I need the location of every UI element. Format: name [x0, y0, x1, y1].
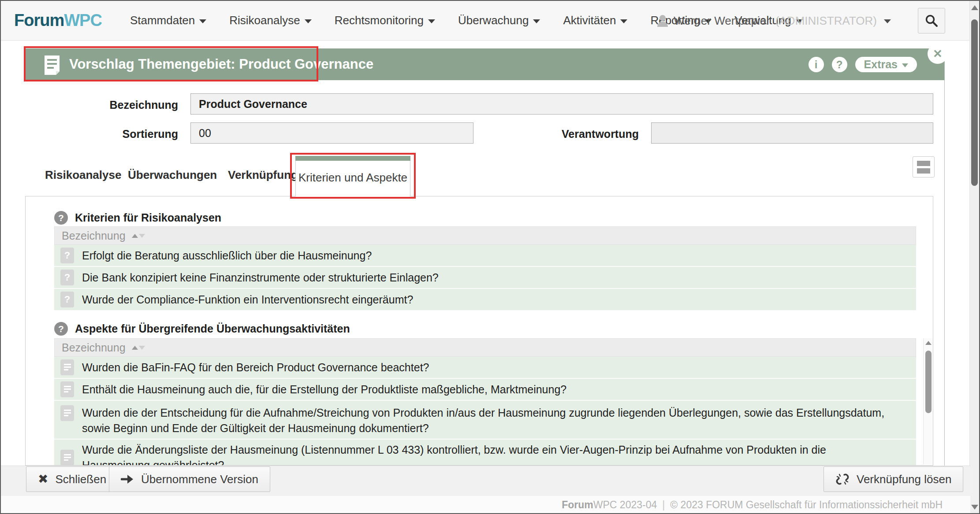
row-label: Enthält die Hausmeinung auch die, für di… [82, 382, 566, 397]
menu-item-label: Rechtsmonitoring [335, 14, 424, 27]
info-button[interactable]: i [809, 57, 824, 72]
footer-product-version: WPC 2023-04 [593, 499, 657, 510]
tab-kriterien-und-aspekte[interactable]: Kriterien und Aspekte [295, 156, 410, 196]
row-label: Wurde der Compliance-Funktion ein Interv… [82, 292, 413, 307]
scroll-up-icon[interactable] [925, 341, 932, 345]
table-row[interactable]: ? Erfolgt die Beratung ausschließlich üb… [54, 245, 916, 267]
column-header-bezeichnung: Bezeichnung [62, 341, 126, 354]
layout-toggle-icon [917, 161, 930, 166]
tab-risikoanalyse[interactable]: Risikoanalyse [45, 168, 121, 182]
dialog-title: Vorschlag Themengebiet: Product Governan… [69, 56, 373, 72]
menu-item-label: Stammdaten [130, 14, 195, 27]
user-menu[interactable]: Werner Wertpapier (ADMINISTRATOR) [657, 1, 891, 41]
verknuepfung-loesen-label: Verknüpfung lösen [857, 473, 951, 486]
question-doc-icon: ? [60, 248, 74, 263]
chevron-down-icon [620, 19, 627, 23]
help-icon[interactable]: ? [54, 211, 68, 225]
document-icon [60, 359, 74, 375]
document-icon [60, 405, 74, 421]
row-label: Wurde die Änderungsliste der Hausmeinung… [82, 442, 890, 466]
dialog-header-actions: i ? Extras [809, 57, 917, 72]
menu-item-label: Risikoanalyse [229, 14, 300, 27]
aspekte-table: Bezeichnung Wurden die BaFin-FAQ für den… [54, 338, 916, 466]
dialog-close-button[interactable]: ✕ [928, 44, 948, 64]
close-x-icon: ✖ [38, 473, 48, 485]
section-title: Aspekte für Übergreifende Überwachungsak… [75, 322, 350, 335]
question-doc-icon: ? [60, 270, 74, 285]
section-title: Kriterien für Risikoanalysen [75, 211, 221, 224]
schliessen-button[interactable]: ✖ Schließen [26, 466, 118, 492]
help-button[interactable]: ? [832, 57, 847, 72]
footer-separator: | [662, 499, 665, 510]
tab-ueberwachungen[interactable]: Überwachungen [128, 168, 217, 182]
sortierung-field[interactable]: 00 [190, 122, 473, 144]
verknuepfung-loesen-button[interactable]: Verknüpfung lösen [823, 466, 963, 492]
column-header-bezeichnung: Bezeichnung [62, 229, 126, 242]
chevron-down-icon [533, 19, 540, 23]
user-icon [657, 15, 668, 27]
scrollbar-thumb[interactable] [971, 19, 978, 186]
table-row[interactable]: Enthält die Hausmeinung auch die, für di… [54, 379, 916, 401]
table-header[interactable]: Bezeichnung [54, 226, 916, 245]
menu-item-rechtsmonitoring[interactable]: Rechtsmonitoring [335, 14, 435, 27]
chevron-down-icon [305, 19, 312, 23]
app-window: ForumWPC Stammdaten Risikoanalyse Rechts… [0, 0, 980, 514]
dialog-header: Vorschlag Themengebiet: Product Governan… [25, 48, 944, 80]
app-logo[interactable]: ForumWPC [14, 11, 102, 30]
extras-button[interactable]: Extras [855, 57, 917, 72]
active-tab-indicator [295, 156, 410, 161]
row-label: Wurden die der Entscheidung für die Aufn… [82, 405, 890, 436]
table-header[interactable]: Bezeichnung [54, 338, 916, 357]
active-tab-label: Kriterien und Aspekte [298, 171, 407, 185]
chevron-down-icon [428, 19, 435, 23]
menu-item-risikoanalyse[interactable]: Risikoanalyse [229, 14, 311, 27]
table-row[interactable]: ? Wurde der Compliance-Funktion ein Inte… [54, 289, 916, 311]
footer-copyright: © 2023 FORUM Gesellschaft für Informatio… [670, 499, 943, 510]
table-row[interactable]: Wurde die Änderungsliste der Hausmeinung… [54, 440, 916, 466]
info-icon: i [815, 59, 818, 70]
row-label: Die Bank konzipiert keine Finanzinstrume… [82, 270, 439, 285]
footer-product-name: Forum [562, 499, 593, 510]
tab-content-panel: ? Kriterien für Risikoanalysen Bezeichnu… [25, 196, 933, 466]
question-doc-icon: ? [60, 292, 74, 307]
search-button[interactable] [918, 8, 945, 33]
table-row[interactable]: ? Die Bank konzipiert keine Finanzinstru… [54, 267, 916, 289]
menu-item-aktivitaeten[interactable]: Aktivitäten [563, 14, 627, 27]
dialog-right-border [944, 48, 945, 493]
table-row[interactable]: Wurden die der Entscheidung für die Aufn… [54, 401, 916, 440]
section-kriterien-header: ? Kriterien für Risikoanalysen [54, 211, 221, 225]
menu-item-label: Überwachung [458, 14, 529, 27]
search-icon [925, 14, 938, 27]
verantwortung-label: Verantwortung [528, 128, 639, 141]
logo-part-forum: Forum [14, 11, 64, 30]
kriterien-table: Bezeichnung ? Erfolgt die Beratung aussc… [54, 226, 916, 311]
scroll-up-icon[interactable] [971, 5, 978, 10]
user-role: (ADMINISTRATOR) [775, 14, 877, 28]
row-label: Wurden die BaFin-FAQ für den Bereich Pro… [82, 360, 429, 375]
chevron-down-icon [884, 19, 891, 23]
layout-toggle-button[interactable] [913, 156, 935, 177]
menu-item-stammdaten[interactable]: Stammdaten [130, 14, 206, 27]
footer-text: ForumWPC 2023-04|© 2023 FORUM Gesellscha… [562, 499, 943, 511]
scroll-down-icon[interactable] [971, 505, 978, 510]
menu-item-ueberwachung[interactable]: Überwachung [458, 14, 540, 27]
table-row[interactable]: Wurden die BaFin-FAQ für den Bereich Pro… [54, 357, 916, 379]
sortierung-label: Sortierung [67, 128, 178, 141]
document-icon [60, 381, 74, 397]
scrollbar-thumb[interactable] [925, 351, 932, 413]
arrow-right-icon [121, 473, 134, 485]
row-label: Erfolgt die Beratung ausschließlich über… [82, 248, 372, 263]
document-icon [60, 450, 74, 466]
sort-icon[interactable] [132, 346, 145, 350]
broken-link-icon [835, 472, 850, 486]
window-scrollbar[interactable] [969, 1, 979, 513]
uebernommene-version-button[interactable]: Übernommene Version [109, 466, 270, 492]
verantwortung-field[interactable] [651, 122, 933, 144]
sort-icon[interactable] [132, 234, 145, 238]
aspekte-list-scrollbar[interactable] [923, 338, 933, 464]
bezeichnung-label: Bezeichnung [67, 99, 178, 111]
bezeichnung-field[interactable]: Product Governance [190, 93, 933, 115]
extras-label: Extras [864, 58, 898, 71]
chevron-down-icon [199, 19, 206, 23]
help-icon[interactable]: ? [54, 322, 68, 336]
